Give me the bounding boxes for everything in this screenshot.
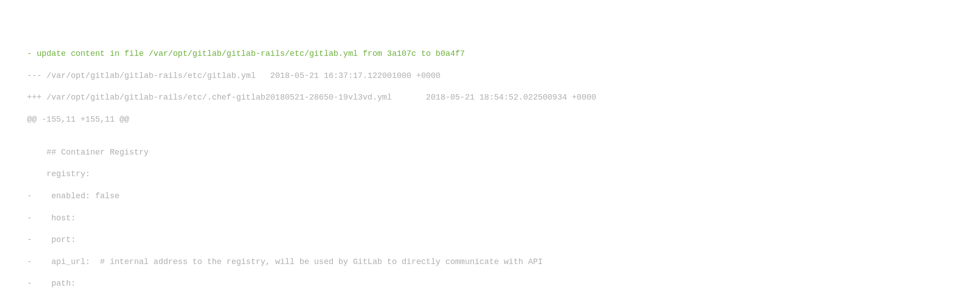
diff-old-file: --- /var/opt/gitlab/gitlab-rails/etc/git… — [27, 70, 980, 81]
diff-context-line: registry: — [27, 169, 980, 179]
diff-hunk-header: @@ -155,11 +155,11 @@ — [27, 114, 980, 125]
diff-removed-line: - api_url: # internal address to the reg… — [27, 256, 980, 267]
diff-new-file: +++ /var/opt/gitlab/gitlab-rails/etc/.ch… — [27, 92, 980, 103]
diff-action-header: - update content in file /var/opt/gitlab… — [27, 48, 980, 59]
diff-removed-line: - port: — [27, 234, 980, 245]
diff-removed-line: - host: — [27, 213, 980, 223]
diff-removed-line: - path: — [27, 278, 980, 289]
diff-removed-line: - enabled: false — [27, 191, 980, 201]
diff-context-line: ## Container Registry — [27, 147, 980, 158]
